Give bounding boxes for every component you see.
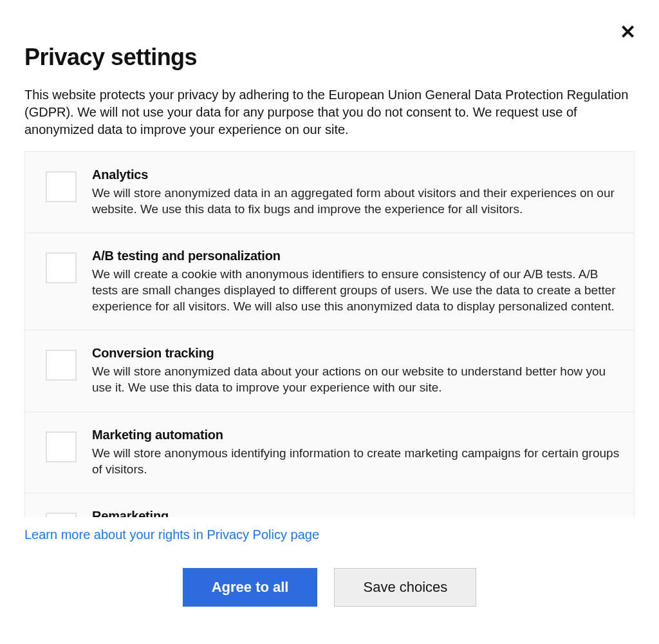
option-title: Analytics (92, 167, 620, 182)
agree-to-all-button[interactable]: Agree to all (183, 568, 318, 607)
option-title: Remarketing (92, 509, 620, 517)
learn-more-link[interactable]: Learn more about your rights in Privacy … (24, 527, 319, 542)
checkbox-ab-testing[interactable] (46, 252, 77, 283)
checkbox-conversion-tracking[interactable] (46, 350, 77, 381)
dialog-title: Privacy settings (24, 44, 635, 71)
option-remarketing: Remarketing We will store anonymous iden… (25, 493, 634, 517)
option-ab-testing: A/B testing and personalization We will … (25, 233, 634, 330)
privacy-settings-dialog: ✕ Privacy settings This website protects… (0, 0, 659, 644)
option-desc: We will store anonymous identifying info… (92, 445, 620, 477)
option-desc: We will create a cookie with anonymous i… (92, 266, 620, 314)
checkbox-remarketing[interactable] (46, 513, 77, 517)
option-title: A/B testing and personalization (92, 249, 620, 263)
option-title: Marketing automation (92, 428, 620, 442)
checkbox-analytics[interactable] (46, 171, 77, 202)
option-analytics: Analytics We will store anonymized data … (25, 152, 634, 233)
option-desc: We will store anonymized data in an aggr… (92, 185, 620, 217)
option-title: Conversion tracking (92, 346, 620, 361)
consent-options-list: Analytics We will store anonymized data … (24, 151, 635, 517)
option-marketing-automation: Marketing automation We will store anony… (25, 412, 634, 493)
save-choices-button[interactable]: Save choices (334, 568, 476, 607)
close-icon[interactable]: ✕ (620, 23, 636, 42)
dialog-intro: This website protects your privacy by ad… (24, 86, 635, 138)
option-conversion-tracking: Conversion tracking We will store anonym… (25, 330, 634, 412)
checkbox-marketing-automation[interactable] (46, 431, 77, 462)
dialog-actions: Agree to all Save choices (24, 568, 635, 607)
option-desc: We will store anonymized data about your… (92, 363, 620, 395)
